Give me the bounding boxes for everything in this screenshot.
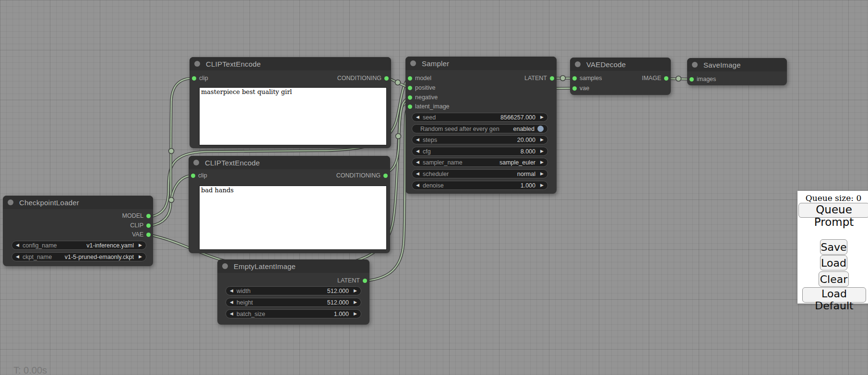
widget-scheduler[interactable]: ◀ scheduler normal ▶ bbox=[412, 169, 548, 178]
slot-dot-icon[interactable] bbox=[384, 76, 389, 81]
input-slot-model[interactable]: model bbox=[408, 74, 431, 82]
reroute-dot[interactable] bbox=[169, 149, 174, 154]
increment-arrow-icon[interactable]: ▶ bbox=[538, 113, 544, 122]
decrement-arrow-icon[interactable]: ◀ bbox=[416, 113, 421, 122]
widget-cfg[interactable]: ◀ cfg 8.000 ▶ bbox=[412, 147, 548, 156]
increment-arrow-icon[interactable]: ▶ bbox=[538, 158, 544, 167]
slot-dot-icon[interactable] bbox=[664, 76, 668, 81]
slot-dot-icon[interactable] bbox=[192, 76, 196, 81]
node-title-bar[interactable]: CLIPTextEncode bbox=[189, 156, 390, 169]
slot-dot-icon[interactable] bbox=[408, 105, 412, 109]
node-sampler[interactable]: Sampler model positive negative latent_i… bbox=[405, 57, 557, 194]
widget-height[interactable]: ◀ height 512.000 ▶ bbox=[226, 298, 361, 307]
output-slot-vae[interactable]: VAE bbox=[132, 230, 151, 239]
increment-arrow-icon[interactable]: ▶ bbox=[538, 181, 544, 190]
node-clip-text-encode-positive[interactable]: CLIPTextEncode clip CONDITIONING masterp… bbox=[190, 57, 391, 148]
decrement-arrow-icon[interactable]: ◀ bbox=[416, 158, 421, 167]
node-title-bar[interactable]: CheckpointLoader bbox=[3, 196, 153, 209]
increment-arrow-icon[interactable]: ▶ bbox=[352, 298, 357, 307]
node-title-bar[interactable]: CLIPTextEncode bbox=[190, 57, 391, 70]
collapse-dot-icon[interactable] bbox=[193, 160, 199, 165]
node-vae-decode[interactable]: VAEDecode samples vae IMAGE bbox=[570, 58, 671, 95]
slot-dot-icon[interactable] bbox=[690, 77, 694, 82]
output-slot-latent[interactable]: LATENT bbox=[337, 276, 367, 285]
collapse-dot-icon[interactable] bbox=[692, 62, 698, 68]
widget-batch-size[interactable]: ◀ batch_size 1.000 ▶ bbox=[226, 309, 361, 318]
node-graph-canvas[interactable]: CheckpointLoader MODEL CLIP VAE ◀ config… bbox=[0, 0, 868, 375]
input-slot-negative[interactable]: negative bbox=[408, 93, 438, 102]
reroute-dot[interactable] bbox=[395, 80, 401, 85]
widget-seed[interactable]: ◀ seed 8566257.000 ▶ bbox=[412, 113, 548, 122]
slot-dot-icon[interactable] bbox=[550, 76, 554, 81]
slot-dot-icon[interactable] bbox=[191, 174, 195, 178]
output-slot-clip[interactable]: CLIP bbox=[130, 221, 151, 230]
widget-sampler-name[interactable]: ◀ sampler_name sample_euler ▶ bbox=[412, 158, 548, 167]
decrement-arrow-icon[interactable]: ◀ bbox=[416, 135, 421, 144]
output-slot-conditioning[interactable]: CONDITIONING bbox=[337, 74, 389, 82]
save-button[interactable]: Save bbox=[820, 239, 847, 255]
widget-config-name[interactable]: ◀ config_name v1-inference.yaml ▶ bbox=[12, 241, 146, 250]
output-slot-model[interactable]: MODEL bbox=[122, 211, 151, 220]
slot-dot-icon[interactable] bbox=[146, 233, 151, 237]
node-title-bar[interactable]: VAEDecode bbox=[570, 58, 671, 71]
comfy-menu-panel[interactable]: Queue size: 0 Queue Prompt Save Load Cle… bbox=[797, 191, 868, 304]
output-slot-image[interactable]: IMAGE bbox=[642, 74, 668, 82]
node-clip-text-encode-negative[interactable]: CLIPTextEncode clip CONDITIONING bad han… bbox=[189, 156, 390, 253]
node-title-bar[interactable]: EmptyLatentImage bbox=[217, 259, 369, 273]
slot-dot-icon[interactable] bbox=[408, 95, 412, 100]
slot-dot-icon[interactable] bbox=[363, 279, 367, 283]
reroute-dot[interactable] bbox=[676, 76, 681, 82]
reroute-dot[interactable] bbox=[560, 76, 566, 81]
increment-arrow-icon[interactable]: ▶ bbox=[538, 147, 544, 156]
node-checkpoint-loader[interactable]: CheckpointLoader MODEL CLIP VAE ◀ config… bbox=[3, 196, 153, 266]
node-title-bar[interactable]: SaveImage bbox=[687, 58, 787, 71]
output-slot-latent[interactable]: LATENT bbox=[524, 74, 554, 82]
slot-dot-icon[interactable] bbox=[572, 86, 577, 91]
decrement-arrow-icon[interactable]: ◀ bbox=[230, 286, 235, 295]
decrement-arrow-icon[interactable]: ◀ bbox=[16, 252, 21, 261]
load-button[interactable]: Load bbox=[820, 255, 847, 270]
input-slot-clip[interactable]: clip bbox=[191, 171, 207, 180]
positive-prompt-textarea[interactable]: masterpiece best quality girl bbox=[199, 87, 387, 145]
collapse-dot-icon[interactable] bbox=[194, 61, 200, 67]
decrement-arrow-icon[interactable]: ◀ bbox=[230, 309, 235, 318]
increment-arrow-icon[interactable]: ▶ bbox=[538, 135, 544, 144]
collapse-dot-icon[interactable] bbox=[575, 61, 581, 67]
slot-dot-icon[interactable] bbox=[408, 86, 412, 90]
widget-steps[interactable]: ◀ steps 20.000 ▶ bbox=[412, 135, 548, 144]
slot-dot-icon[interactable] bbox=[408, 76, 412, 81]
node-empty-latent-image[interactable]: EmptyLatentImage LATENT ◀ width 512.000 … bbox=[217, 259, 369, 325]
queue-prompt-button[interactable]: Queue Prompt bbox=[798, 203, 868, 218]
collapse-dot-icon[interactable] bbox=[410, 60, 416, 66]
widget-width[interactable]: ◀ width 512.000 ▶ bbox=[226, 286, 361, 295]
widget-ckpt-name[interactable]: ◀ ckpt_name v1-5-pruned-emaonly.ckpt ▶ bbox=[12, 252, 146, 261]
node-save-image[interactable]: SaveImage images bbox=[687, 58, 787, 85]
input-slot-samples[interactable]: samples bbox=[572, 74, 602, 82]
reroute-dot[interactable] bbox=[396, 134, 401, 139]
negative-prompt-textarea[interactable]: bad hands bbox=[199, 186, 387, 250]
collapse-dot-icon[interactable] bbox=[222, 263, 228, 269]
input-slot-clip[interactable]: clip bbox=[192, 74, 208, 82]
slot-dot-icon[interactable] bbox=[146, 223, 151, 228]
decrement-arrow-icon[interactable]: ◀ bbox=[16, 241, 21, 250]
input-slot-latent-image[interactable]: latent_image bbox=[408, 102, 450, 111]
input-slot-vae[interactable]: vae bbox=[572, 84, 589, 93]
node-title-bar[interactable]: Sampler bbox=[405, 57, 557, 70]
input-slot-positive[interactable]: positive bbox=[408, 83, 435, 92]
slot-dot-icon[interactable] bbox=[146, 214, 151, 218]
slot-dot-icon[interactable] bbox=[383, 174, 388, 178]
decrement-arrow-icon[interactable]: ◀ bbox=[416, 147, 421, 156]
increment-arrow-icon[interactable]: ▶ bbox=[352, 309, 357, 318]
decrement-arrow-icon[interactable]: ◀ bbox=[416, 181, 421, 190]
collapse-dot-icon[interactable] bbox=[8, 199, 13, 205]
increment-arrow-icon[interactable]: ▶ bbox=[137, 252, 142, 261]
decrement-arrow-icon[interactable]: ◀ bbox=[230, 298, 235, 307]
increment-arrow-icon[interactable]: ▶ bbox=[137, 241, 142, 250]
clear-button[interactable]: Clear bbox=[819, 271, 849, 287]
increment-arrow-icon[interactable]: ▶ bbox=[538, 169, 544, 178]
widget-random-seed-toggle[interactable]: Random seed after every gen enabled bbox=[412, 124, 548, 133]
input-slot-images[interactable]: images bbox=[690, 75, 716, 83]
output-slot-conditioning[interactable]: CONDITIONING bbox=[336, 171, 388, 180]
increment-arrow-icon[interactable]: ▶ bbox=[352, 286, 357, 295]
slot-dot-icon[interactable] bbox=[572, 76, 577, 81]
